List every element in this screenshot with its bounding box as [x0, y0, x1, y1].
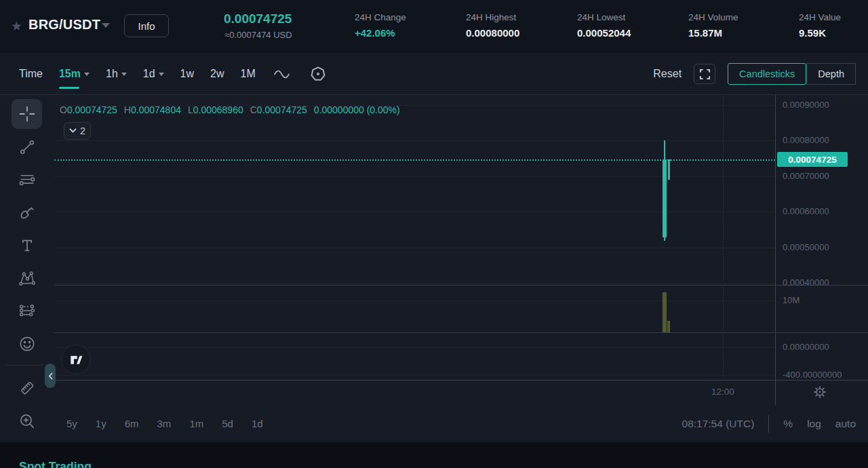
- text-tool-icon[interactable]: [18, 237, 37, 255]
- interval-label: 1w: [180, 68, 194, 80]
- stat-24h-lowest: 24H Lowest0.00052044: [577, 12, 631, 39]
- ruler-measure-icon[interactable]: [18, 379, 37, 397]
- legend-collapse-button[interactable]: 2: [64, 122, 91, 140]
- xabcd-pattern-icon[interactable]: [18, 269, 37, 288]
- interval-label: 15m: [59, 68, 81, 80]
- axis-settings-gear-icon[interactable]: [812, 385, 827, 399]
- caret-down-icon: [84, 73, 90, 76]
- chart-toolbar: Time 15m1h1d1w2w1M Reset CandlesticksDep…: [0, 53, 868, 95]
- sidebar-collapse-handle[interactable]: [45, 364, 56, 388]
- session-gridline: [723, 95, 724, 380]
- stat-24h-highest: 24H Highest0.00080000: [466, 12, 519, 39]
- range-5d[interactable]: 5d: [222, 418, 233, 429]
- price-axis-tick: 0.00040000: [783, 277, 829, 288]
- stat-label: 24H Volume: [688, 12, 738, 22]
- trading-page: ★ BRG/USDT Info 0.00074725 ≈0.0007474 US…: [0, 0, 868, 468]
- interval-label: 1d: [143, 68, 155, 80]
- caret-down-icon: [121, 73, 127, 76]
- range-6m[interactable]: 6m: [125, 418, 139, 429]
- tab-spot-trading[interactable]: Spot Trading: [19, 460, 92, 468]
- zoom-in-icon[interactable]: [18, 412, 37, 431]
- sub-pane-axis-tick: -400.00000000: [783, 370, 842, 380]
- divider: [768, 415, 769, 433]
- crosshair-icon[interactable]: [18, 105, 37, 123]
- price-usd-equivalent: ≈0.0007474 USD: [224, 30, 292, 40]
- interval-1w[interactable]: 1w: [180, 65, 194, 83]
- parallel-lines-icon[interactable]: [18, 171, 37, 189]
- last-price-badge: 0.00074725: [777, 152, 848, 167]
- pair-title: BRG/USDT: [28, 17, 100, 33]
- price-gridline: [54, 140, 775, 141]
- interval-group: Time 15m1h1d1w2w1M: [19, 53, 328, 95]
- chart-plot-area[interactable]: 0.000900000.000800000.000700000.00060000…: [0, 95, 868, 380]
- stat-value: 0.00052044: [577, 27, 631, 39]
- chart-type-depth[interactable]: Depth: [806, 63, 856, 85]
- sub-pane-axis-tick: 10M: [783, 295, 800, 305]
- range-1m[interactable]: 1m: [189, 418, 203, 429]
- chevron-down-icon: [69, 128, 77, 134]
- bottom-right-group: 08:17:54 (UTC) %logauto: [682, 405, 856, 442]
- brush-icon[interactable]: [18, 204, 37, 222]
- price-gridline: [54, 283, 775, 284]
- range-1d[interactable]: 1d: [252, 418, 263, 429]
- range-1y[interactable]: 1y: [96, 418, 106, 429]
- ohlc-item: L0.00068960: [188, 104, 243, 115]
- interval-time[interactable]: Time: [19, 65, 43, 83]
- interval-1d[interactable]: 1d: [143, 65, 164, 83]
- chart-type-group: CandlesticksDepth: [728, 63, 856, 85]
- chart-bottom-bar: 5y1y6m3m1m5d1d 08:17:54 (UTC) %logauto: [0, 405, 868, 442]
- price-axis-border: [775, 95, 776, 405]
- forecast-tool-icon[interactable]: [18, 302, 37, 320]
- stat-label: 24H Change: [355, 12, 406, 22]
- favorite-star-icon[interactable]: ★: [11, 18, 22, 34]
- stat-24h-volume: 24H Volume15.87M: [688, 12, 738, 39]
- stat-value: 0.00080000: [466, 27, 519, 39]
- scale-percent[interactable]: %: [783, 418, 793, 430]
- interval-1M[interactable]: 1M: [241, 65, 256, 83]
- interval-2w[interactable]: 2w: [210, 65, 224, 83]
- range-5y[interactable]: 5y: [66, 418, 77, 429]
- info-button[interactable]: Info: [124, 14, 169, 37]
- collapse-count: 2: [80, 125, 85, 136]
- price-axis-tick: 0.00070000: [783, 171, 829, 181]
- stat-value: +42.06%: [355, 27, 406, 39]
- scale-log[interactable]: log: [807, 418, 821, 430]
- line-chart-icon[interactable]: [272, 65, 292, 83]
- price-gridline: [54, 212, 775, 212]
- emoji-tool-icon[interactable]: [18, 335, 37, 353]
- pane-separator: [54, 285, 868, 286]
- candle-body: [663, 160, 667, 237]
- sub-pane-gridline: [54, 347, 775, 348]
- interval-1h[interactable]: 1h: [106, 65, 127, 83]
- reset-button[interactable]: Reset: [653, 68, 682, 80]
- pair-dropdown-caret-icon[interactable]: [102, 23, 110, 28]
- trend-line-icon[interactable]: [18, 138, 37, 157]
- ohlc-item: O0.00074725: [60, 104, 117, 115]
- fullscreen-button[interactable]: [694, 64, 715, 84]
- ohlc-item: C0.00074725: [250, 104, 307, 115]
- page-footer: Spot Trading: [0, 442, 868, 468]
- sub-pane-axis-tick: 0.00000000: [783, 342, 829, 352]
- stat-label: 24H Value: [799, 12, 841, 22]
- candle-wick: [668, 159, 670, 180]
- clock-utc[interactable]: 08:17:54 (UTC): [682, 418, 755, 430]
- ohlc-legend: O0.00074725H0.00074804L0.00068960C0.0007…: [60, 104, 400, 115]
- chart-type-candlesticks[interactable]: Candlesticks: [728, 63, 806, 85]
- indicator-target-icon[interactable]: [309, 64, 328, 83]
- time-axis[interactable]: 12:00: [0, 380, 868, 405]
- range-3m[interactable]: 3m: [157, 418, 172, 429]
- stat-value: 15.87M: [688, 27, 738, 39]
- tradingview-logo[interactable]: [61, 345, 91, 374]
- interval-15m[interactable]: 15m: [59, 65, 90, 83]
- chart-widget: 0.000900000.000800000.000700000.00060000…: [0, 95, 868, 442]
- price-axis-tick: 0.00060000: [783, 206, 829, 216]
- fullscreen-icon: [699, 69, 711, 80]
- price-axis-tick: 0.00090000: [783, 100, 829, 110]
- toolbar-right: Reset CandlesticksDepth: [653, 53, 856, 95]
- sub-pane-gridline: [54, 300, 775, 301]
- ohlc-change: 0.00000000 (0.00%): [314, 104, 400, 115]
- last-price: 0.00074725: [224, 12, 292, 26]
- scale-auto[interactable]: auto: [835, 418, 856, 430]
- info-button-label: Info: [138, 20, 155, 32]
- stat-24h-value: 24H Value9.59K: [799, 12, 841, 39]
